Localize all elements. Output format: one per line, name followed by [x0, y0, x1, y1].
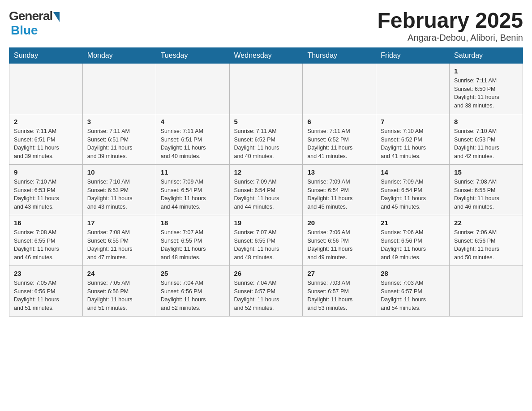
day-info: Sunrise: 7:06 AM Sunset: 6:56 PM Dayligh… — [454, 228, 518, 262]
day-number: 7 — [381, 118, 445, 125]
day-number: 24 — [87, 270, 151, 277]
day-number: 9 — [14, 168, 78, 176]
day-info: Sunrise: 7:09 AM Sunset: 6:54 PM Dayligh… — [307, 178, 371, 211]
day-number: 15 — [454, 168, 518, 176]
day-number: 12 — [234, 168, 298, 176]
weekday-header-thursday: Thursday — [303, 47, 376, 63]
day-number: 5 — [234, 118, 298, 125]
calendar-cell: 22Sunrise: 7:06 AM Sunset: 6:56 PM Dayli… — [450, 215, 523, 265]
day-number: 1 — [454, 67, 518, 75]
calendar-cell: 1Sunrise: 7:11 AM Sunset: 6:50 PM Daylig… — [450, 63, 523, 114]
day-number: 13 — [307, 168, 371, 176]
day-info: Sunrise: 7:11 AM Sunset: 6:51 PM Dayligh… — [161, 127, 225, 161]
calendar-cell: 28Sunrise: 7:03 AM Sunset: 6:57 PM Dayli… — [376, 265, 450, 316]
calendar-cell: 2Sunrise: 7:11 AM Sunset: 6:51 PM Daylig… — [9, 114, 83, 164]
calendar-cell: 13Sunrise: 7:09 AM Sunset: 6:54 PM Dayli… — [303, 164, 376, 215]
day-info: Sunrise: 7:10 AM Sunset: 6:52 PM Dayligh… — [381, 127, 445, 161]
day-info: Sunrise: 7:06 AM Sunset: 6:56 PM Dayligh… — [381, 228, 445, 262]
calendar-cell: 21Sunrise: 7:06 AM Sunset: 6:56 PM Dayli… — [376, 215, 450, 265]
day-info: Sunrise: 7:10 AM Sunset: 6:53 PM Dayligh… — [87, 178, 151, 211]
calendar-cell: 6Sunrise: 7:11 AM Sunset: 6:52 PM Daylig… — [303, 114, 376, 164]
calendar-cell — [82, 63, 156, 114]
weekday-header-wednesday: Wednesday — [229, 47, 303, 63]
calendar-cell: 23Sunrise: 7:05 AM Sunset: 6:56 PM Dayli… — [9, 265, 83, 316]
weekday-header-friday: Friday — [376, 47, 450, 63]
day-number: 20 — [307, 219, 371, 227]
calendar-cell — [156, 63, 229, 114]
calendar-cell: 17Sunrise: 7:08 AM Sunset: 6:55 PM Dayli… — [82, 215, 156, 265]
day-number: 18 — [161, 219, 225, 227]
day-number: 25 — [161, 270, 225, 277]
day-info: Sunrise: 7:04 AM Sunset: 6:56 PM Dayligh… — [161, 279, 225, 313]
day-number: 8 — [454, 118, 518, 125]
calendar-cell: 16Sunrise: 7:08 AM Sunset: 6:55 PM Dayli… — [9, 215, 83, 265]
title-block: February 2025 Angara-Debou, Alibori, Ben… — [377, 9, 523, 43]
calendar-cell: 18Sunrise: 7:07 AM Sunset: 6:55 PM Dayli… — [156, 215, 229, 265]
day-number: 6 — [307, 118, 371, 125]
calendar-cell: 25Sunrise: 7:04 AM Sunset: 6:56 PM Dayli… — [156, 265, 229, 316]
day-number: 2 — [14, 118, 78, 125]
day-info: Sunrise: 7:06 AM Sunset: 6:56 PM Dayligh… — [307, 228, 371, 262]
calendar-title: February 2025 — [377, 9, 523, 33]
day-number: 10 — [87, 168, 151, 176]
day-number: 22 — [454, 219, 518, 227]
day-info: Sunrise: 7:10 AM Sunset: 6:53 PM Dayligh… — [14, 178, 78, 211]
day-info: Sunrise: 7:10 AM Sunset: 6:53 PM Dayligh… — [454, 127, 518, 161]
calendar-cell — [450, 265, 523, 316]
week-row-3: 9Sunrise: 7:10 AM Sunset: 6:53 PM Daylig… — [9, 164, 523, 215]
day-info: Sunrise: 7:08 AM Sunset: 6:55 PM Dayligh… — [14, 228, 78, 262]
calendar-cell — [9, 63, 83, 114]
day-info: Sunrise: 7:11 AM Sunset: 6:51 PM Dayligh… — [14, 127, 78, 161]
weekday-header-tuesday: Tuesday — [156, 47, 229, 63]
calendar-cell: 9Sunrise: 7:10 AM Sunset: 6:53 PM Daylig… — [9, 164, 83, 215]
day-info: Sunrise: 7:08 AM Sunset: 6:55 PM Dayligh… — [87, 228, 151, 262]
calendar-cell — [229, 63, 303, 114]
logo: General Blue — [9, 9, 60, 38]
calendar-cell: 4Sunrise: 7:11 AM Sunset: 6:51 PM Daylig… — [156, 114, 229, 164]
day-info: Sunrise: 7:09 AM Sunset: 6:54 PM Dayligh… — [234, 178, 298, 211]
day-info: Sunrise: 7:05 AM Sunset: 6:56 PM Dayligh… — [14, 279, 78, 313]
day-info: Sunrise: 7:09 AM Sunset: 6:54 PM Dayligh… — [381, 178, 445, 211]
calendar-cell: 5Sunrise: 7:11 AM Sunset: 6:52 PM Daylig… — [229, 114, 303, 164]
calendar-cell: 14Sunrise: 7:09 AM Sunset: 6:54 PM Dayli… — [376, 164, 450, 215]
day-info: Sunrise: 7:11 AM Sunset: 6:52 PM Dayligh… — [234, 127, 298, 161]
calendar-cell: 26Sunrise: 7:04 AM Sunset: 6:57 PM Dayli… — [229, 265, 303, 316]
weekday-header-row: SundayMondayTuesdayWednesdayThursdayFrid… — [9, 47, 523, 63]
day-info: Sunrise: 7:09 AM Sunset: 6:54 PM Dayligh… — [161, 178, 225, 211]
page-header: General Blue February 2025 Angara-Debou,… — [9, 9, 523, 43]
logo-general-text: General — [9, 9, 52, 23]
calendar-cell: 7Sunrise: 7:10 AM Sunset: 6:52 PM Daylig… — [376, 114, 450, 164]
day-info: Sunrise: 7:05 AM Sunset: 6:56 PM Dayligh… — [87, 279, 151, 313]
day-number: 4 — [161, 118, 225, 125]
calendar-cell: 20Sunrise: 7:06 AM Sunset: 6:56 PM Dayli… — [303, 215, 376, 265]
calendar-cell: 8Sunrise: 7:10 AM Sunset: 6:53 PM Daylig… — [450, 114, 523, 164]
weekday-header-monday: Monday — [82, 47, 156, 63]
week-row-5: 23Sunrise: 7:05 AM Sunset: 6:56 PM Dayli… — [9, 265, 523, 316]
calendar-cell: 10Sunrise: 7:10 AM Sunset: 6:53 PM Dayli… — [82, 164, 156, 215]
day-info: Sunrise: 7:07 AM Sunset: 6:55 PM Dayligh… — [161, 228, 225, 262]
day-number: 23 — [14, 270, 78, 277]
calendar-cell: 27Sunrise: 7:03 AM Sunset: 6:57 PM Dayli… — [303, 265, 376, 316]
weekday-header-saturday: Saturday — [450, 47, 523, 63]
day-info: Sunrise: 7:04 AM Sunset: 6:57 PM Dayligh… — [234, 279, 298, 313]
day-number: 27 — [307, 270, 371, 277]
calendar-cell — [303, 63, 376, 114]
day-number: 14 — [381, 168, 445, 176]
week-row-1: 1Sunrise: 7:11 AM Sunset: 6:50 PM Daylig… — [9, 63, 523, 114]
logo-arrow-icon — [53, 12, 60, 22]
logo-blue-text: Blue — [11, 23, 38, 38]
calendar-cell — [376, 63, 450, 114]
weekday-header-sunday: Sunday — [9, 47, 83, 63]
week-row-4: 16Sunrise: 7:08 AM Sunset: 6:55 PM Dayli… — [9, 215, 523, 265]
calendar-cell: 19Sunrise: 7:07 AM Sunset: 6:55 PM Dayli… — [229, 215, 303, 265]
day-number: 26 — [234, 270, 298, 277]
calendar-cell: 12Sunrise: 7:09 AM Sunset: 6:54 PM Dayli… — [229, 164, 303, 215]
day-info: Sunrise: 7:03 AM Sunset: 6:57 PM Dayligh… — [381, 279, 445, 313]
calendar-cell: 11Sunrise: 7:09 AM Sunset: 6:54 PM Dayli… — [156, 164, 229, 215]
calendar-cell: 3Sunrise: 7:11 AM Sunset: 6:51 PM Daylig… — [82, 114, 156, 164]
day-info: Sunrise: 7:07 AM Sunset: 6:55 PM Dayligh… — [234, 228, 298, 262]
calendar-table: SundayMondayTuesdayWednesdayThursdayFrid… — [9, 47, 523, 317]
day-info: Sunrise: 7:03 AM Sunset: 6:57 PM Dayligh… — [307, 279, 371, 313]
day-number: 16 — [14, 219, 78, 227]
calendar-cell: 24Sunrise: 7:05 AM Sunset: 6:56 PM Dayli… — [82, 265, 156, 316]
